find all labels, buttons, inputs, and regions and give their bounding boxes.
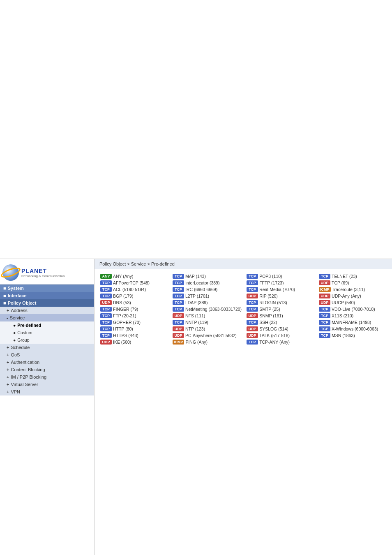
service-name: Real-Media (7070) (259, 287, 295, 292)
service-name: FFTP (1723) (259, 280, 284, 285)
proto-badge: TCP (247, 300, 258, 305)
proto-badge: UDP (247, 326, 258, 331)
sidebar-item-label: Virtual Server (11, 382, 38, 387)
service-item: TCPVDO-Live (7000-7010) (318, 306, 387, 312)
proto-badge: UDP (247, 333, 258, 338)
proto-badge: TCP (100, 313, 112, 318)
expand-icon: + (7, 352, 9, 357)
service-name: FTP (20-21) (113, 313, 136, 318)
service-name: GOPHER (70) (113, 320, 141, 325)
service-item: TCPMAINFRAME (1498) (318, 319, 387, 325)
service-name: IRC (6660-6669) (185, 287, 217, 292)
expand-icon: + (7, 360, 9, 365)
brand-name: PLANET (21, 268, 65, 274)
proto-badge: TCP (100, 294, 112, 298)
proto-badge: UDP (173, 326, 184, 331)
breadcrumb-text: Policy Object > Service > Pre-defined (99, 261, 175, 266)
proto-badge: ICMP (173, 340, 184, 345)
proto-badge: TCP (319, 320, 330, 325)
service-item: TCPMAP (143) (172, 273, 242, 279)
proto-badge: UDP (173, 333, 184, 338)
expand-icon: + (7, 389, 9, 394)
service-name: VDO-Live (7000-7010) (332, 307, 375, 312)
service-item: UDPDNS (53) (99, 300, 168, 305)
sidebar-item-interface[interactable]: ■ Interface (0, 292, 94, 299)
sidebar-item-custom[interactable]: ● Custom (0, 329, 94, 336)
sidebar-item-content-blocking[interactable]: + Content Blocking (0, 366, 94, 373)
service-item: ANYANY (Any) (99, 273, 168, 279)
sidebar-item-label: Address (11, 308, 27, 313)
service-name: SNMP (161) (259, 313, 283, 318)
proto-badge: TCP (100, 326, 112, 331)
proto-badge: ANY (100, 274, 112, 279)
service-item: TCPFINGER (79) (99, 306, 168, 312)
sidebar-item-address[interactable]: + Address (0, 307, 94, 314)
planet-brand: PLANET Networking & Communication (21, 268, 65, 278)
service-item: TCPReal-Media (7070) (246, 287, 315, 292)
proto-badge: UDP (100, 340, 112, 345)
sidebar-item-service[interactable]: - Service (0, 314, 94, 321)
service-name: MSN (1863) (332, 333, 355, 338)
sidebar-item-system[interactable]: ■ System (0, 284, 94, 292)
service-item: TCPIRC (6660-6669) (172, 287, 242, 292)
sidebar-item-group[interactable]: ● Group (0, 336, 94, 344)
proto-badge: TCP (247, 340, 258, 345)
sidebar-item-vpn[interactable]: + VPN (0, 388, 94, 395)
service-name: X11S (210) (332, 313, 353, 318)
expand-icon: + (7, 345, 9, 350)
proto-badge: TCP (100, 287, 112, 292)
sidebar-item-im-p2p[interactable]: + IM / P2P Blocking (0, 373, 94, 381)
expand-icon: + (7, 308, 9, 313)
service-name: SYSLOG (514) (259, 326, 288, 331)
sidebar-item-virtual-server[interactable]: + Virtual Server (0, 381, 94, 388)
service-item: TCPHTTPS (443) (99, 333, 168, 338)
sidebar-item-qos[interactable]: + QoS (0, 351, 94, 358)
proto-badge: TCP (100, 320, 112, 325)
service-item: UDPTALK (517-518) (246, 333, 315, 338)
service-item: UDPRIP (520) (246, 293, 315, 299)
sidebar-item-label: IM / P2P Blocking (11, 375, 46, 379)
sidebar-item-authentication[interactable]: + Authentication (0, 358, 94, 366)
proto-badge: TCP (247, 320, 258, 325)
service-item: UDPNFS (111) (172, 313, 242, 319)
service-name: AFPoverTCP (548) (113, 280, 150, 285)
service-name: PING (Any) (185, 340, 208, 345)
expand-icon: + (7, 382, 9, 387)
main-layout: PLANET Networking & Communication ■ Syst… (0, 259, 392, 555)
service-item: UDPNTP (123) (172, 326, 242, 332)
services-grid: ANYANY (Any)TCPMAP (143)TCPPOP3 (110)TCP… (99, 273, 387, 345)
service-item: UDPSYSLOG (514) (246, 326, 315, 332)
dot-icon: ● (13, 323, 16, 328)
breadcrumb: Policy Object > Service > Pre-defined (95, 259, 392, 269)
logo-area: PLANET Networking & Communication (0, 261, 94, 284)
sidebar-item-label: VPN (11, 389, 20, 394)
system-icon: ■ (3, 286, 6, 291)
proto-badge: UDP (319, 294, 330, 298)
service-item: TCPFTP (20-21) (99, 313, 168, 319)
dot-icon: ● (13, 330, 16, 335)
service-item: TCPFFTP (1723) (246, 280, 315, 286)
sidebar-item-schedule[interactable]: + Schedule (0, 344, 94, 351)
sidebar-item-policy-object[interactable]: ■ Policy Object (0, 299, 94, 307)
service-item: TCPNetMeeting (3863-50331720) (172, 306, 242, 312)
service-name: DNS (53) (113, 300, 131, 305)
sidebar-item-label: Schedule (11, 345, 30, 350)
service-item: TCPACL (5190-5194) (99, 287, 168, 292)
sidebar: PLANET Networking & Communication ■ Syst… (0, 259, 95, 555)
sidebar-item-label: Interface (8, 293, 27, 298)
collapse-icon: - (7, 315, 8, 320)
service-name: Traceroute (3,11) (332, 287, 365, 292)
proto-badge: TCP (100, 280, 112, 285)
sidebar-item-label: Pre-defined (17, 323, 41, 328)
sidebar-item-label: Service (10, 315, 25, 320)
service-name: POP3 (110) (259, 274, 282, 279)
proto-badge: TCP (247, 274, 258, 279)
sidebar-item-label: Content Blocking (11, 367, 45, 372)
service-item: ICMPTraceroute (3,11) (318, 287, 387, 292)
proto-badge: TCP (319, 307, 330, 312)
proto-badge: ICMP (319, 287, 331, 292)
proto-badge: UDP (319, 300, 330, 305)
sidebar-item-pre-defined[interactable]: ● Pre-defined (0, 321, 94, 329)
interface-icon: ■ (3, 293, 6, 298)
expand-icon: + (7, 367, 9, 372)
